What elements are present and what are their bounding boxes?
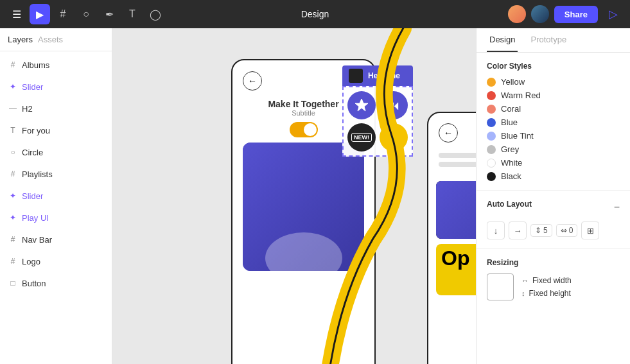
resizing-title: Resizing <box>487 258 620 267</box>
color-swatch-black <box>487 172 496 181</box>
layer-name-circle: Circle <box>22 148 43 157</box>
move-tool-button[interactable]: ▶ <box>30 4 50 24</box>
headline-bar[interactable]: Headline <box>342 65 413 86</box>
layer-item-play-ui[interactable]: ✦ Play UI <box>0 207 112 229</box>
top-component[interactable]: Headline ⏮ NEW! <box>342 65 413 157</box>
color-item-blue-tint[interactable]: Blue Tint <box>487 131 620 141</box>
color-item-yellow[interactable]: Yellow <box>487 77 620 87</box>
auto-layout-header: Auto Layout − <box>487 200 620 215</box>
mf2-card-yellow[interactable]: Op <box>436 244 476 295</box>
frame-tool-button[interactable]: # <box>53 4 73 24</box>
layers-tab[interactable]: Layers <box>8 33 33 46</box>
al-spacing-field[interactable]: ⇕ 5 <box>530 224 552 237</box>
color-label-yellow: Yellow <box>501 77 525 87</box>
mf1-image-inner <box>243 143 364 271</box>
svg-marker-1 <box>387 131 400 143</box>
badge-star[interactable] <box>347 91 376 119</box>
prototype-tab[interactable]: Prototype <box>528 28 569 52</box>
layer-item-albums[interactable]: # Albums <box>0 54 112 76</box>
layer-name-albums: Albums <box>22 60 49 70</box>
toolbar: ☰ ▶ # ○ ✒ T ◯ Design Share ▷ <box>0 0 630 28</box>
comment-tool-button[interactable]: ◯ <box>145 4 166 24</box>
al-down-arrow-button[interactable]: ↓ <box>487 221 505 239</box>
fixed-height-option[interactable]: ↕ Fixed height <box>521 289 572 298</box>
share-button[interactable]: Share <box>554 6 598 23</box>
pen-tool-button[interactable]: ✒ <box>99 4 119 24</box>
ellipse-icon-circle: ○ <box>8 147 18 157</box>
design-tab[interactable]: Design <box>487 28 518 52</box>
color-item-black[interactable]: Black <box>487 171 620 181</box>
color-label-black: Black <box>501 171 521 181</box>
color-item-blue[interactable]: Blue <box>487 117 620 127</box>
mf2-back-button[interactable]: ← <box>439 123 458 143</box>
fixed-width-option[interactable]: ↔ Fixed width <box>521 276 572 285</box>
grid-icon-playlists: # <box>8 169 18 179</box>
ellipse-tool-button[interactable]: ○ <box>76 4 96 24</box>
layer-item-button[interactable]: □ Button <box>0 272 112 294</box>
mobile-frame-2[interactable]: ← ♪ ▶ Op <box>427 112 476 364</box>
color-item-warm-red[interactable]: Warm Red <box>487 91 620 100</box>
rewind-icon: ⏮ <box>387 98 400 113</box>
color-label-blue-tint: Blue Tint <box>501 131 534 141</box>
component-icon-slider2: ✦ <box>8 191 18 201</box>
text-tool-button[interactable]: T <box>122 4 143 24</box>
resizing-controls: ↔ Fixed width ↕ Fixed height <box>487 273 620 300</box>
layer-name-for-you: For you <box>22 126 50 135</box>
left-panel: Layers Assets # Albums ✦ Slider — H2 T F… <box>0 28 112 364</box>
component-icon-slider1: ✦ <box>8 82 18 92</box>
layer-item-circle[interactable]: ○ Circle <box>0 141 112 163</box>
mf2-banner: ▶ <box>436 181 476 239</box>
badge-star2[interactable] <box>380 123 408 152</box>
color-styles-section: Color Styles Yellow Warm Red Coral <box>477 53 630 191</box>
color-item-coral[interactable]: Coral <box>487 104 620 114</box>
star2-icon <box>386 130 401 145</box>
frame-icon-button: □ <box>8 278 18 288</box>
mf1-back-button[interactable]: ← <box>243 71 262 91</box>
canvas[interactable]: ← ♪ Make It Together Subtitle <box>112 28 476 364</box>
layer-name-playlists: Playlists <box>22 169 53 179</box>
layer-item-slider2[interactable]: ✦ Slider <box>0 185 112 207</box>
assets-tab[interactable]: Assets <box>38 33 63 46</box>
color-styles-list: Yellow Warm Red Coral Blue <box>487 77 620 181</box>
al-spacing-value: 5 <box>543 226 548 235</box>
badge-new[interactable]: NEW! <box>347 123 376 152</box>
right-panel-tabs: Design Prototype <box>477 28 630 53</box>
fixed-width-label: Fixed width <box>532 276 572 285</box>
toggle-switch[interactable] <box>290 122 318 137</box>
auto-layout-title: Auto Layout <box>487 200 532 209</box>
layer-item-playlists[interactable]: # Playlists <box>0 163 112 185</box>
badge-rewind[interactable]: ⏮ <box>380 91 408 119</box>
resizing-section: Resizing ↔ Fixed width ↕ Fixed height <box>477 249 630 309</box>
color-swatch-white <box>487 159 496 168</box>
color-label-coral: Coral <box>501 104 521 114</box>
color-item-grey[interactable]: Grey <box>487 144 620 154</box>
grid-icon-albums: # <box>8 60 18 70</box>
svg-marker-0 <box>355 99 368 111</box>
design-label: Design <box>301 9 329 19</box>
layer-item-logo[interactable]: # Logo <box>0 250 112 272</box>
avatar-2 <box>531 5 549 23</box>
color-swatch-warm-red <box>487 91 496 100</box>
al-right-arrow-button[interactable]: → <box>509 221 527 239</box>
grid-icon-nav-bar: # <box>8 234 18 245</box>
al-padding-field[interactable]: ⇔ 0 <box>556 224 578 237</box>
play-button[interactable]: ▷ <box>603 4 624 24</box>
layer-item-for-you[interactable]: T For you <box>0 119 112 141</box>
fixed-height-icon: ↕ <box>521 290 525 297</box>
layers-list: # Albums ✦ Slider — H2 T For you ○ Circl… <box>0 51 112 364</box>
al-grid-button[interactable]: ⊞ <box>581 221 599 239</box>
layer-item-slider1[interactable]: ✦ Slider <box>0 76 112 98</box>
layer-item-h2[interactable]: — H2 <box>0 98 112 119</box>
fixed-width-icon: ↔ <box>521 277 529 284</box>
layer-name-nav-bar: Nav Bar <box>22 235 52 245</box>
resize-box-preview <box>487 273 514 300</box>
menu-button[interactable]: ☰ <box>6 4 27 24</box>
layer-item-nav-bar[interactable]: # Nav Bar <box>0 229 112 250</box>
layer-name-h2: H2 <box>22 104 33 114</box>
auto-layout-minus-button[interactable]: − <box>614 202 620 213</box>
avatar-1 <box>508 5 526 23</box>
mf1-oval-decoration <box>265 232 342 271</box>
color-item-white[interactable]: White <box>487 158 620 168</box>
color-label-warm-red: Warm Red <box>501 91 541 100</box>
layer-name-slider2: Slider <box>22 191 43 201</box>
